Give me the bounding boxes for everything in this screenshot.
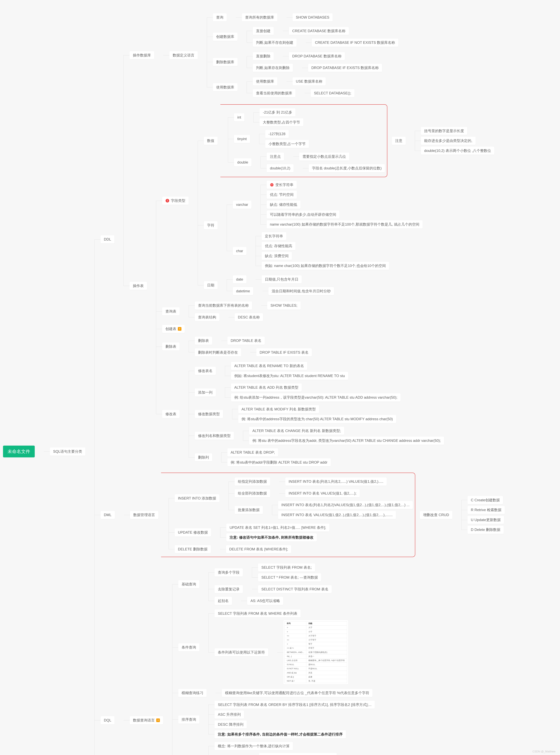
table-cell: <: [285, 630, 306, 634]
mtbl-addcol-b: 例: 给stu表添加一列address，该字段类型是varchar(50): A…: [231, 393, 401, 401]
ctbl[interactable]: 创建表≡: [162, 325, 185, 333]
opdb-use-b-r: SELECT DATABASE();: [311, 89, 355, 97]
table-row: OR 或 ||或者: [285, 675, 347, 679]
date-d-l: date: [233, 275, 246, 283]
crud-r: R Retrive 检索数据: [467, 506, 505, 514]
basic-alias[interactable]: 起别名: [215, 597, 232, 605]
varchar-a: 变长字符串: [266, 181, 297, 189]
table-row: IS NULL是NULL: [285, 662, 347, 667]
mtbl[interactable]: 修改表: [162, 410, 180, 418]
qtbl-b-l: 查询表结构: [195, 313, 219, 321]
crud-c: C Create创建数据: [467, 496, 503, 504]
dml-insert[interactable]: INSERT INTO 添加数据: [175, 494, 219, 502]
num-int[interactable]: int: [234, 113, 244, 121]
table-cell: LIKE 占位符: [285, 658, 306, 662]
cond-table-wrap: 符号功能>大于<小于>=大于等于<=小于等于=等于<> 或 !=不等于BETWE…: [283, 620, 348, 684]
dql[interactable]: DQL: [101, 716, 115, 724]
insert-spec-l: 给指定列添加数据: [235, 477, 270, 485]
dml-delete[interactable]: DELETE 删除数据: [175, 545, 211, 553]
char-b: 优点: 存储性能高: [262, 242, 296, 250]
ddl-optbl[interactable]: 操作表: [129, 282, 147, 290]
num-tinyint-a: -127到128: [265, 130, 289, 138]
char-a: 定长字符串: [262, 232, 286, 240]
root-node[interactable]: 未命名文件: [3, 445, 35, 457]
char-c: 缺点: 浪费空间: [262, 252, 292, 260]
opdb-query-a: 查询所有的数据库: [242, 13, 277, 21]
ftype-num[interactable]: 数值: [204, 137, 218, 145]
dtbl[interactable]: 删除表: [162, 342, 180, 351]
agg-count: count(列名) 统计数量(一般选用不为null的列): [259, 753, 337, 755]
dml-sub[interactable]: 数据管理语言: [130, 511, 158, 519]
mtbl-rename[interactable]: 修改表名: [195, 367, 216, 375]
num-int-b: 大整数类型,占四个字节: [259, 118, 303, 126]
dql-like[interactable]: 模糊查询练习: [178, 689, 207, 697]
table-cell: NOT 或 !: [285, 679, 306, 683]
double-note-r: 需要指定小数点后显示几位: [299, 153, 349, 161]
table-cell: AND 或 &&: [285, 671, 306, 675]
opdb-create[interactable]: 创建数据库: [213, 33, 238, 41]
table-cell: <=: [285, 638, 306, 642]
order-c: DESC 降序排列: [215, 720, 247, 729]
dml[interactable]: DML: [101, 511, 115, 519]
ddl-opdb[interactable]: 操作数据库: [129, 51, 154, 59]
dql-sub[interactable]: 数据查询语言≡: [129, 716, 163, 724]
str-char[interactable]: char: [233, 247, 246, 255]
ftype-date[interactable]: 日期: [204, 281, 218, 289]
mtbl-chgcol[interactable]: 修改列名和数据类型: [195, 432, 234, 440]
crud-d: D Delete 删除数据: [467, 525, 504, 534]
dtbl-a-l: 删除表: [195, 337, 212, 345]
table-cell: >: [285, 625, 306, 630]
table-cell: 是NULL: [306, 662, 347, 667]
insert-all-r: INSERT INTO 表名 VALUES(值1, 值2,....);: [285, 489, 360, 497]
table-cell: IS NULL: [285, 662, 306, 667]
date-dt-l: datetime: [233, 287, 253, 295]
dql-basic[interactable]: 基础查询: [178, 580, 199, 588]
str-varchar[interactable]: varchar: [233, 200, 252, 209]
varchar-c: 缺点: 储存性能低: [266, 200, 301, 209]
table-cell: 模糊查询, _单个任意字符, %多个任意字符: [306, 658, 347, 662]
mtbl-dropcol[interactable]: 删除列: [195, 453, 212, 461]
opdb-drop-judge-l: 判断,如果存在则删除: [253, 64, 293, 72]
opdb-create-judge-r: CREATE DATABASE IF NOT EXISTS 数据库名称: [312, 39, 398, 47]
num-tinyint[interactable]: tinyint: [234, 135, 250, 143]
dql-cond[interactable]: 条件查询: [178, 643, 199, 651]
like-a: 模糊查询使用like关键字,可以使用通配符进行占位 _代表单个任意字符 %代表任…: [222, 689, 373, 697]
dml-bracket: INSERT INTO 添加数据 给指定列添加数据INSERT INTO 表名(…: [161, 473, 415, 557]
opdb-drop-judge-r: DROP DATABASE IF EXISTS 数据库名称: [308, 64, 382, 72]
mtbl-modtype-b: 例: 将stu表中的address字段的类型改为 char(50) ALTER …: [238, 415, 396, 423]
sql-classify[interactable]: SQL语句主要分类: [50, 448, 85, 456]
opdb-use[interactable]: 使用数据库: [213, 83, 238, 91]
num-tinyint-b: 小整数类型,占一个字节: [265, 140, 309, 148]
mtbl-addcol[interactable]: 添加一列: [195, 389, 216, 397]
opdb-query[interactable]: 查询: [213, 13, 227, 21]
qtbl[interactable]: 查询表: [162, 307, 180, 315]
opdb-use-b-l: 查看当前使用的数据库: [253, 89, 296, 97]
table-cell: >=: [285, 634, 306, 638]
basic-dedup[interactable]: 去除重复记录: [215, 585, 243, 593]
double-side-label[interactable]: 注意: [392, 137, 406, 145]
crud-label[interactable]: 增删改查 CRUD: [420, 511, 453, 519]
ddl[interactable]: DDL: [101, 235, 115, 243]
table-cell: =: [285, 642, 306, 646]
double-side-note: 注意 括号里的数字是显示长度 能存进去多少是由类型决定的, double(10,…: [392, 126, 494, 156]
field-type[interactable]: 字段类型: [162, 197, 189, 205]
insert-batch-a: INSERT INTO 表名(列名1,列名2)VALUES(值1,值2...),…: [278, 501, 413, 509]
num-bracket: int-21亿多 到 21亿多大整数类型,占四个字节 tinyint-127到1…: [220, 104, 387, 177]
table-cell: 非, 不是: [306, 679, 347, 683]
update-b: 注意: 修改语句中如果不加条件, 则将所有数据都修改: [226, 533, 317, 541]
dml-update[interactable]: UPDATE 修改数据: [175, 528, 211, 537]
mtbl-chgcol-a: ALTER TABLE 表名 CHANGE 列名 新列名 新数据类型;: [249, 427, 344, 435]
double-side-c: double(10,2) 表示两个小数位 ,八个整数位: [421, 146, 494, 155]
num-double[interactable]: double: [234, 158, 252, 166]
mtbl-modtype[interactable]: 修改数据类型: [195, 410, 223, 418]
opdb-drop[interactable]: 删除数据库: [213, 58, 238, 66]
dql-order[interactable]: 排序查询: [178, 715, 199, 723]
table-row: IN(...)多选一: [285, 654, 347, 658]
basic-multi[interactable]: 查询多个字段: [215, 568, 243, 577]
table-row: IS NOT NULL不是NULL: [285, 667, 347, 671]
stop-icon: [270, 183, 274, 187]
ftype-str[interactable]: 字符: [204, 221, 218, 230]
ddl-opdb-def[interactable]: 数据定义语言: [169, 51, 198, 59]
opdb-query-b: SHOW DATABASES: [293, 13, 333, 21]
svg-rect-4: [271, 184, 273, 185]
